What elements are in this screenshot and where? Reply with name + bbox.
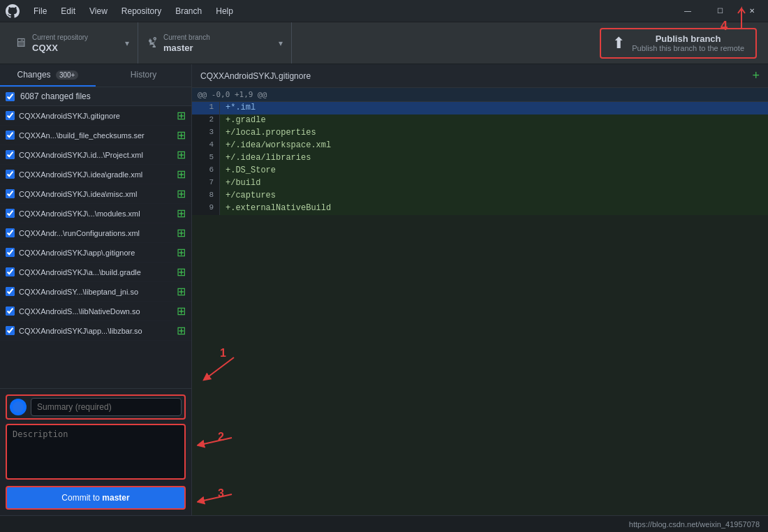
file-name: CQXXAndroidSYKJ\a...\build.gradle — [19, 268, 174, 276]
line-number: 3 — [192, 127, 220, 140]
commit-summary-row — [6, 394, 186, 420]
status-bar: https://blog.csdn.net/weixin_41957078 — [0, 515, 768, 532]
list-item[interactable]: CQXXAndroidSYKJ\.idea\gradle.xml ⊞ — [0, 165, 191, 184]
file-checkbox[interactable] — [6, 170, 15, 179]
list-item[interactable]: CQXXAndroidS...\libNativeDown.so ⊞ — [0, 302, 191, 321]
file-checkbox[interactable] — [6, 267, 15, 276]
diff-line: 3 +/local.properties — [192, 127, 768, 140]
repo-name: CQXX — [32, 43, 114, 53]
diff-line: 4 +/.idea/workspace.xml — [192, 140, 768, 152]
file-checkbox[interactable] — [6, 228, 15, 237]
file-name: CQXXAn...\build_file_checksums.ser — [19, 131, 174, 140]
tab-history[interactable]: History — [96, 64, 191, 87]
file-checkbox[interactable] — [6, 248, 15, 257]
list-item[interactable]: CQXXAndroidSYKJ\a...\build.gradle ⊞ — [0, 263, 191, 282]
file-name: CQXXAndroidS...\libNativeDown.so — [19, 307, 174, 316]
list-item[interactable]: CQXXAndroidSY...\libeptand_jni.so ⊞ — [0, 282, 191, 302]
commit-btn-wrapper: 3 Commit to master — [6, 486, 186, 510]
menu-bar: File Edit View Repository Branch Help — [28, 3, 239, 19]
line-number: 1 — [192, 102, 220, 114]
line-number: 7 — [192, 177, 220, 190]
publish-text: Publish branch Publish this branch to th… — [632, 34, 744, 52]
window-controls: — ☐ ✕ — [672, 0, 768, 22]
monitor-icon: 🖥 — [14, 36, 27, 50]
changes-badge: 300+ — [56, 71, 79, 80]
list-item[interactable]: CQXXAndr...\runConfigurations.xml ⊞ — [0, 223, 191, 243]
file-checkbox[interactable] — [6, 150, 15, 159]
changed-files-label: 6087 changed files — [20, 91, 91, 101]
diff-area: CQXXAndroidSYKJ\.gitignore + @@ -0,0 +1,… — [192, 64, 768, 515]
diff-line: 9 +.externalNativeBuild — [192, 202, 768, 215]
file-checkbox[interactable] — [6, 111, 15, 120]
arrow-up-4 — [731, 5, 752, 33]
menu-view[interactable]: View — [84, 3, 113, 19]
diff-line: 8 +/captures — [192, 190, 768, 202]
branch-info: Current branch master — [163, 34, 267, 53]
list-item[interactable]: CQXXAndroidSYKJ\app...\libzbar.so ⊞ — [0, 321, 191, 341]
menu-help[interactable]: Help — [210, 3, 239, 19]
file-name: CQXXAndroidSYKJ\app\.gitignore — [19, 249, 174, 257]
diff-line: 5 +/.idea/libraries — [192, 152, 768, 165]
title-bar-left: File Edit View Repository Branch Help — [6, 3, 239, 19]
file-add-icon: ⊞ — [177, 187, 186, 200]
file-list: CQXXAndroidSYKJ\.gitignore ⊞ CQXXAn...\b… — [0, 106, 191, 388]
list-item[interactable]: CQXXAndroidSYKJ\.gitignore ⊞ — [0, 106, 191, 126]
menu-file[interactable]: File — [28, 3, 52, 19]
line-number: 5 — [192, 152, 220, 165]
file-checkbox[interactable] — [6, 189, 15, 198]
list-item[interactable]: CQXXAndroidSYKJ\...\modules.xml ⊞ — [0, 204, 191, 223]
file-name: CQXXAndroidSY...\libeptand_jni.so — [19, 288, 174, 296]
current-branch-button[interactable]: Current branch master ▾ — [138, 22, 292, 64]
description-textarea[interactable] — [6, 424, 186, 480]
commit-label: Commit to — [61, 493, 102, 503]
publish-main-text: Publish branch — [632, 34, 744, 44]
publish-sub-text: Publish this branch to the remote — [632, 44, 744, 52]
branch-icon — [147, 36, 158, 50]
diff-line: 7 +/build — [192, 177, 768, 190]
minimize-button[interactable]: — — [672, 0, 704, 22]
line-content: +/.idea/libraries — [220, 152, 768, 165]
list-item[interactable]: CQXXAndroidSYKJ\app\.gitignore ⊞ — [0, 243, 191, 263]
current-repo-button[interactable]: 🖥 Current repository CQXX ▾ — [6, 22, 138, 64]
line-content: +*.iml — [220, 102, 768, 114]
diff-header: CQXXAndroidSYKJ\.gitignore + — [192, 64, 768, 88]
repo-info: Current repository CQXX — [32, 34, 114, 53]
branch-label: Current branch — [163, 34, 267, 41]
file-checkbox[interactable] — [6, 287, 15, 296]
menu-repository[interactable]: Repository — [116, 3, 167, 19]
tab-changes[interactable]: Changes 300+ — [0, 64, 96, 87]
file-add-icon: ⊞ — [177, 246, 186, 259]
file-checkbox[interactable] — [6, 131, 15, 140]
diff-add-button[interactable]: + — [752, 68, 760, 83]
file-add-icon: ⊞ — [177, 304, 186, 318]
file-checkbox[interactable] — [6, 326, 15, 335]
list-item[interactable]: CQXXAn...\build_file_checksums.ser ⊞ — [0, 126, 191, 145]
file-checkbox[interactable] — [6, 306, 15, 316]
list-item[interactable]: CQXXAndroidSYKJ\.id...\Project.xml ⊞ — [0, 145, 191, 165]
menu-branch[interactable]: Branch — [170, 3, 207, 19]
diff-filepath: CQXXAndroidSYKJ\.gitignore — [200, 71, 311, 81]
list-item[interactable]: CQXXAndroidSYKJ\.idea\misc.xml ⊞ — [0, 184, 191, 204]
file-add-icon: ⊞ — [177, 226, 186, 239]
line-number: 8 — [192, 190, 220, 202]
diff-line: 2 +.gradle — [192, 114, 768, 127]
line-content: +/captures — [220, 190, 768, 202]
select-all-checkbox[interactable] — [6, 92, 15, 101]
line-content: +/local.properties — [220, 127, 768, 140]
commit-button[interactable]: Commit to master — [6, 486, 186, 510]
branch-name: master — [163, 43, 267, 53]
branch-dropdown-chevron: ▾ — [279, 38, 283, 48]
commit-avatar — [10, 399, 27, 415]
file-checkbox[interactable] — [6, 209, 15, 218]
file-add-icon: ⊞ — [177, 265, 186, 279]
repo-label: Current repository — [32, 34, 114, 41]
line-content: +.externalNativeBuild — [220, 202, 768, 215]
file-name: CQXXAndroidSYKJ\.idea\gradle.xml — [19, 170, 174, 179]
line-content: +.DS_Store — [220, 165, 768, 177]
sidebar-tabs: Changes 300+ History — [0, 64, 191, 87]
file-add-icon: ⊞ — [177, 148, 186, 161]
file-name: CQXXAndroidSYKJ\.idea\misc.xml — [19, 190, 174, 198]
status-url: https://blog.csdn.net/weixin_41957078 — [629, 520, 760, 529]
summary-input[interactable] — [31, 398, 182, 416]
menu-edit[interactable]: Edit — [55, 3, 81, 19]
